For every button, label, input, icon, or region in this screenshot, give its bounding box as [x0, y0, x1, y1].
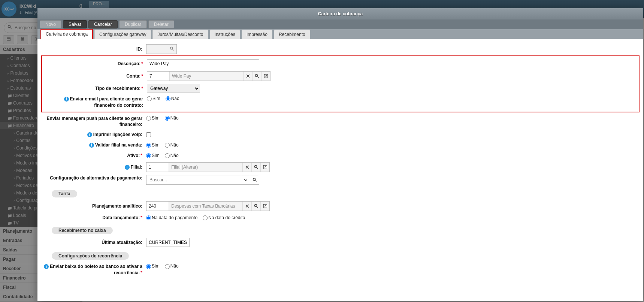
- info-icon: i: [44, 264, 49, 269]
- filial-id[interactable]: 1: [146, 163, 169, 172]
- descricao-input[interactable]: [147, 59, 259, 68]
- altpag-label: Configuração de alternativa de pagamento…: [41, 175, 146, 181]
- search-icon[interactable]: [251, 163, 260, 172]
- baixa-radio-group: Sim Não: [146, 263, 182, 269]
- svg-line-9: [173, 49, 174, 50]
- ativo-sim[interactable]: Sim: [146, 153, 160, 158]
- ativo-radio-group: Sim Não: [146, 153, 182, 158]
- svg-point-13: [254, 166, 257, 168]
- section-tarifa: Tarifa: [52, 190, 77, 197]
- conta-id[interactable]: 7: [147, 72, 170, 81]
- push-radio-group: Sim Não: [146, 115, 182, 121]
- svg-point-8: [170, 47, 173, 49]
- datalanc-opt2[interactable]: Na data do crédito: [203, 215, 245, 220]
- tiporeceb-select[interactable]: Gateway: [147, 84, 200, 93]
- id-label: ID:: [41, 46, 146, 52]
- clear-icon[interactable]: [242, 163, 251, 172]
- push-label: Enviar mensagem push para cliente ao ger…: [41, 115, 146, 128]
- svg-line-19: [257, 207, 258, 208]
- highlight-box: Descrição:* Conta:* 7 Wide Pay Tipo de r…: [41, 55, 640, 112]
- search-icon[interactable]: [251, 202, 260, 211]
- altpag-searchbox[interactable]: [146, 175, 259, 185]
- id-field[interactable]: [146, 44, 177, 54]
- ultatual-input[interactable]: [146, 238, 190, 247]
- email-label: iEnviar e-mail para cliente ao gerar fin…: [42, 96, 147, 109]
- tab-instrucoes[interactable]: Instruções: [210, 30, 240, 39]
- email-nao[interactable]: Não: [166, 96, 179, 101]
- modal-tab-bar: Carteira de cobrança Configurações gatew…: [37, 29, 643, 39]
- validar-sim[interactable]: Sim: [146, 142, 160, 148]
- baixa-nao[interactable]: Não: [165, 263, 179, 269]
- open-icon[interactable]: [261, 72, 270, 81]
- svg-point-18: [254, 205, 257, 207]
- svg-line-11: [257, 77, 258, 78]
- info-icon: i: [89, 143, 94, 148]
- conta-lookup[interactable]: 7 Wide Pay: [147, 71, 270, 81]
- push-nao[interactable]: Não: [165, 115, 179, 121]
- deletar-button[interactable]: Deletar: [148, 20, 174, 28]
- push-sim[interactable]: Sim: [146, 115, 160, 121]
- plan-lookup[interactable]: 240 Despesas com Taxas Bancárias: [146, 201, 270, 211]
- ativo-nao[interactable]: Não: [165, 153, 179, 158]
- svg-point-10: [255, 75, 257, 77]
- tab-impressao[interactable]: Impressão: [242, 30, 272, 39]
- ultatual-label: Última atualização:: [41, 240, 146, 245]
- salvar-button[interactable]: Salvar: [63, 20, 87, 28]
- modal-button-bar: Novo Salvar Cancelar Duplicar Deletar: [37, 19, 643, 29]
- search-icon[interactable]: [250, 175, 259, 184]
- plan-label: Planejamento analítico:: [41, 203, 146, 209]
- imprimir-label: iImprimir ligações voip:: [41, 132, 146, 137]
- search-icon[interactable]: [167, 46, 176, 52]
- imprimir-checkbox[interactable]: [146, 132, 151, 137]
- email-radio-group: Sim Não: [147, 96, 183, 101]
- section-recorrencia: Configurações de recorrência: [52, 252, 129, 260]
- open-icon[interactable]: [260, 163, 269, 172]
- novo-button[interactable]: Novo: [40, 20, 61, 28]
- svg-line-17: [255, 181, 256, 182]
- baixa-sim[interactable]: Sim: [146, 263, 160, 269]
- modal-title: Carteira de cobrança: [37, 8, 643, 19]
- chevron-down-icon[interactable]: [241, 175, 250, 184]
- clear-icon[interactable]: [243, 72, 252, 81]
- validar-nao[interactable]: Não: [165, 142, 179, 148]
- info-icon: i: [125, 165, 130, 170]
- filial-lookup[interactable]: 1 Filial (Alterar): [146, 162, 270, 172]
- conta-label: Conta:*: [42, 73, 147, 79]
- info-icon: i: [87, 132, 92, 137]
- search-icon[interactable]: [252, 72, 261, 81]
- open-icon[interactable]: [260, 202, 269, 211]
- validar-label: iValidar filial na venda:: [41, 142, 146, 148]
- clear-icon[interactable]: [242, 202, 251, 211]
- altpag-input[interactable]: [146, 177, 241, 182]
- modal-window: Carteira de cobrança Novo Salvar Cancela…: [37, 8, 643, 301]
- tab-recebimento[interactable]: Recebimento: [274, 30, 310, 39]
- plan-name: Despesas com Taxas Bancárias: [169, 203, 242, 209]
- datalanc-radio-group: Na data do pagamento Na data do crédito: [146, 215, 249, 220]
- email-sim[interactable]: Sim: [147, 96, 160, 101]
- datalanc-opt1[interactable]: Na data do pagamento: [146, 215, 197, 220]
- conta-name: Wide Pay: [170, 73, 243, 79]
- ativo-label: Ativo:*: [41, 153, 146, 158]
- svg-line-14: [257, 168, 258, 169]
- info-icon: i: [64, 97, 69, 102]
- tiporeceb-label: Tipo de recebimento:*: [42, 86, 147, 91]
- descricao-label: Descrição:*: [42, 61, 147, 66]
- cancelar-button[interactable]: Cancelar: [88, 20, 118, 28]
- section-recebimento: Recebimento no caixa: [52, 227, 113, 234]
- tab-gateway[interactable]: Configurações gateway: [94, 30, 151, 39]
- tab-juros[interactable]: Juros/Multas/Desconto: [152, 30, 208, 39]
- modal-body: ID: Descrição:* Conta:* 7 Wide Pay: [37, 39, 643, 301]
- datalanc-label: Data lançamento:*: [41, 215, 146, 220]
- svg-point-16: [253, 178, 255, 181]
- duplicar-button[interactable]: Duplicar: [119, 20, 147, 28]
- filial-name: Filial (Alterar): [169, 164, 242, 170]
- plan-id[interactable]: 240: [146, 202, 169, 211]
- validar-radio-group: Sim Não: [146, 142, 182, 148]
- filial-label: iFilial:: [41, 164, 146, 170]
- tab-carteira[interactable]: Carteira de cobrança: [40, 29, 93, 39]
- baixa-label: iEnviar baixa do boleto ao banco ao ativ…: [41, 263, 146, 276]
